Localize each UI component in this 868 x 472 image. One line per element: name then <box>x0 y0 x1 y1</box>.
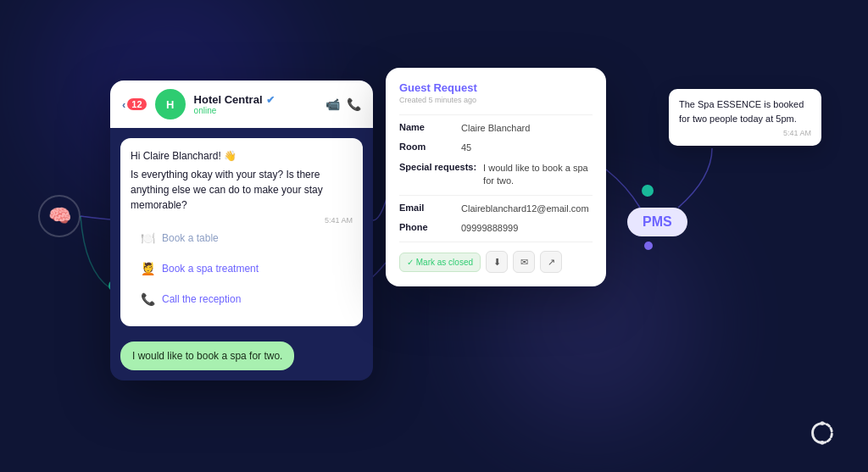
book-table-btn[interactable]: 🍽️ Book a table <box>131 225 353 252</box>
share-btn[interactable]: ↗ <box>540 251 562 273</box>
chat-panel: ‹ 12 H Hotel Central ✔ online 📹 📞 Hi Cla… <box>110 81 373 380</box>
dot-3 <box>644 242 653 250</box>
logo <box>806 417 838 455</box>
book-table-label: Book a table <box>162 232 219 244</box>
spa-notification-text: The Spa ESSENCE is booked for two people… <box>679 97 811 125</box>
back-button[interactable]: ‹ 12 <box>122 98 147 111</box>
spa-icon: 💆 <box>141 262 155 275</box>
room-value: 45 <box>461 142 471 154</box>
field-name: Name Claire Blanchard <box>399 122 593 135</box>
phone-label: Phone <box>399 222 454 235</box>
greeting-text: Hi Claire Blanchard! 👋 <box>131 148 353 164</box>
request-created: Created 5 minutes ago <box>399 96 593 104</box>
book-spa-btn[interactable]: 💆 Book a spa treatment <box>131 255 353 282</box>
spa-notification: The Spa ESSENCE is booked for two people… <box>669 89 821 146</box>
room-label: Room <box>399 142 454 154</box>
field-phone: Phone 09999888999 <box>399 222 593 235</box>
field-email: Email Claireblanchard12@email.com <box>399 203 593 215</box>
svg-point-1 <box>821 421 825 425</box>
field-special: Special requests: I would like to book a… <box>399 162 593 188</box>
divider-mid <box>399 195 593 196</box>
email-btn[interactable]: ✉ <box>513 251 535 273</box>
logo-svg <box>806 417 838 449</box>
header-icons: 📹 📞 <box>326 97 361 111</box>
phone-icon[interactable]: 📞 <box>347 97 361 111</box>
dot-teal-2 <box>642 185 654 197</box>
hotel-info: Hotel Central ✔ online <box>194 93 317 115</box>
chat-header: ‹ 12 H Hotel Central ✔ online 📹 📞 <box>110 81 373 128</box>
online-status: online <box>194 106 317 115</box>
chat-body: Hi Claire Blanchard! 👋 Is everything oka… <box>110 128 373 380</box>
special-value: I would like to book a spa for two. <box>483 162 593 188</box>
avatar: H <box>155 89 186 119</box>
message-text: Is everything okay with your stay? Is th… <box>131 167 353 213</box>
pms-label: PMS <box>627 208 687 236</box>
brain-circle: 🧠 <box>38 195 81 237</box>
download-btn[interactable]: ⬇ <box>486 251 508 273</box>
request-actions: ✓ Mark as closed ⬇ ✉ ↗ <box>399 251 593 273</box>
call-reception-label: Call the reception <box>162 293 241 305</box>
guest-request-panel: Guest Request Created 5 minutes ago Name… <box>386 68 606 286</box>
special-label: Special requests: <box>399 162 476 188</box>
field-room: Room 45 <box>399 142 593 154</box>
name-value: Claire Blanchard <box>461 122 530 135</box>
call-reception-btn[interactable]: 📞 Call the reception <box>131 286 353 313</box>
table-icon: 🍽️ <box>141 231 155 245</box>
video-icon[interactable]: 📹 <box>326 97 340 111</box>
divider-top <box>399 114 593 115</box>
book-spa-label: Book a spa treatment <box>162 263 259 275</box>
verified-icon: ✔ <box>266 94 275 106</box>
phone-value: 09999888999 <box>461 222 518 235</box>
user-message: I would like to book a spa for two. <box>120 342 294 370</box>
unread-badge: 12 <box>127 98 146 110</box>
email-label: Email <box>399 203 454 215</box>
brain-icon: 🧠 <box>48 205 71 227</box>
reception-icon: 📞 <box>141 292 155 306</box>
hotel-name: Hotel Central ✔ <box>194 93 317 106</box>
spa-notification-time: 5:41 AM <box>679 129 811 137</box>
name-label: Name <box>399 122 454 135</box>
chevron-left-icon: ‹ <box>122 98 125 111</box>
email-value: Claireblanchard12@email.com <box>461 203 589 215</box>
request-title: Guest Request <box>399 81 593 94</box>
svg-point-0 <box>821 441 825 445</box>
divider-bottom <box>399 242 593 242</box>
message-time: 5:41 AM <box>131 216 353 225</box>
message-bubble: Hi Claire Blanchard! 👋 Is everything oka… <box>120 138 363 326</box>
mark-closed-button[interactable]: ✓ Mark as closed <box>399 253 481 272</box>
